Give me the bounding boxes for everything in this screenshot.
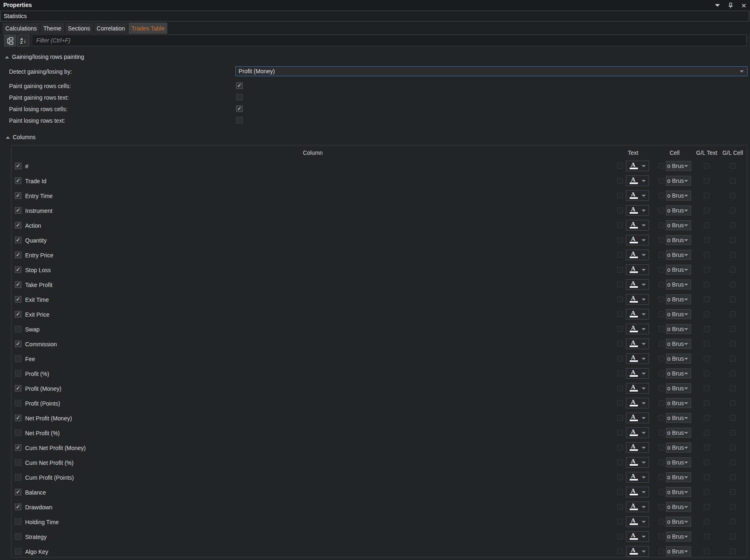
font-color-button[interactable]: A xyxy=(626,398,649,408)
cell-brush-enable-checkbox[interactable] xyxy=(659,534,664,539)
column-visible-checkbox[interactable]: ✓ xyxy=(15,252,21,258)
gl-cell-checkbox[interactable] xyxy=(730,208,736,213)
font-color-button[interactable]: A xyxy=(626,235,649,245)
gl-text-checkbox[interactable] xyxy=(704,445,710,450)
font-color-button[interactable]: A xyxy=(626,250,649,260)
cell-brush-dropdown[interactable]: o Brus xyxy=(666,161,691,171)
cell-brush-enable-checkbox[interactable] xyxy=(659,519,664,525)
cell-brush-dropdown[interactable]: o Brus xyxy=(666,265,691,275)
font-color-button[interactable]: A xyxy=(626,264,649,275)
font-color-button[interactable]: A xyxy=(626,427,649,438)
text-color-enable-checkbox[interactable] xyxy=(617,385,623,391)
gl-text-checkbox[interactable] xyxy=(704,430,710,436)
gl-cell-checkbox[interactable] xyxy=(730,267,736,273)
font-color-button[interactable]: A xyxy=(626,457,649,468)
text-color-enable-checkbox[interactable] xyxy=(617,489,623,495)
text-color-enable-checkbox[interactable] xyxy=(617,252,623,258)
cell-brush-dropdown[interactable]: o Brus xyxy=(666,443,691,453)
column-visible-checkbox[interactable]: ✓ xyxy=(15,385,21,392)
gl-text-checkbox[interactable] xyxy=(704,415,710,421)
cell-brush-enable-checkbox[interactable] xyxy=(659,371,664,376)
cell-brush-enable-checkbox[interactable] xyxy=(659,400,664,406)
text-color-enable-checkbox[interactable] xyxy=(617,237,623,243)
cell-brush-enable-checkbox[interactable] xyxy=(659,445,664,450)
text-color-enable-checkbox[interactable] xyxy=(617,163,623,169)
sort-alphabetical-button[interactable]: A Z ↓ xyxy=(17,35,29,47)
text-color-enable-checkbox[interactable] xyxy=(617,415,623,421)
column-visible-checkbox[interactable]: ✓ xyxy=(15,163,21,169)
cell-brush-enable-checkbox[interactable] xyxy=(659,385,664,391)
font-color-button[interactable]: A xyxy=(626,413,649,423)
text-color-enable-checkbox[interactable] xyxy=(617,296,623,302)
gl-text-checkbox[interactable] xyxy=(704,460,710,465)
font-color-button[interactable]: A xyxy=(626,324,649,334)
cell-brush-enable-checkbox[interactable] xyxy=(659,237,664,243)
gl-text-checkbox[interactable] xyxy=(704,252,710,258)
font-color-button[interactable]: A xyxy=(626,309,649,320)
column-visible-checkbox[interactable]: ✓ xyxy=(15,311,21,317)
cell-brush-enable-checkbox[interactable] xyxy=(659,430,664,436)
gl-text-checkbox[interactable] xyxy=(704,222,710,228)
font-color-button[interactable]: A xyxy=(626,175,649,186)
cell-brush-dropdown[interactable]: o Brus xyxy=(666,457,691,467)
gl-text-checkbox[interactable] xyxy=(704,237,710,243)
pin-button[interactable] xyxy=(726,1,735,9)
cell-brush-enable-checkbox[interactable] xyxy=(659,163,664,169)
column-visible-checkbox[interactable]: ✓ xyxy=(15,296,21,303)
gl-cell-checkbox[interactable] xyxy=(730,519,736,525)
font-color-button[interactable]: A xyxy=(626,338,649,349)
section-header-columns[interactable]: Columns xyxy=(6,134,35,140)
font-color-button[interactable]: A xyxy=(626,190,649,201)
font-color-button[interactable]: A xyxy=(626,161,649,171)
gl-cell-checkbox[interactable] xyxy=(730,371,736,376)
gl-cell-checkbox[interactable] xyxy=(730,489,736,495)
text-color-enable-checkbox[interactable] xyxy=(617,504,623,510)
column-visible-checkbox[interactable]: ✓ xyxy=(15,192,21,199)
gl-cell-checkbox[interactable] xyxy=(730,400,736,406)
cell-brush-enable-checkbox[interactable] xyxy=(659,311,664,317)
gl-text-checkbox[interactable] xyxy=(704,385,710,391)
detect-by-dropdown[interactable]: Profit (Money) xyxy=(235,66,748,76)
column-visible-checkbox[interactable]: ✓ xyxy=(15,237,21,243)
text-color-enable-checkbox[interactable] xyxy=(617,311,623,317)
cell-brush-enable-checkbox[interactable] xyxy=(659,252,664,258)
gl-cell-checkbox[interactable] xyxy=(730,237,736,243)
cell-brush-enable-checkbox[interactable] xyxy=(659,474,664,480)
cell-brush-dropdown[interactable]: o Brus xyxy=(666,235,691,245)
cell-brush-dropdown[interactable]: o Brus xyxy=(666,428,691,438)
text-color-enable-checkbox[interactable] xyxy=(617,400,623,406)
font-color-button[interactable]: A xyxy=(626,353,649,364)
gl-cell-checkbox[interactable] xyxy=(730,356,736,362)
gl-cell-checkbox[interactable] xyxy=(730,296,736,302)
cell-brush-enable-checkbox[interactable] xyxy=(659,193,664,198)
gl-text-checkbox[interactable] xyxy=(704,341,710,347)
column-visible-checkbox[interactable]: ✓ xyxy=(15,444,21,451)
cell-brush-enable-checkbox[interactable] xyxy=(659,548,664,554)
cell-brush-dropdown[interactable]: o Brus xyxy=(666,383,691,393)
text-color-enable-checkbox[interactable] xyxy=(617,341,623,347)
gl-cell-checkbox[interactable] xyxy=(730,415,736,421)
cell-brush-dropdown[interactable]: o Brus xyxy=(666,191,691,201)
cell-brush-dropdown[interactable]: o Brus xyxy=(666,250,691,260)
text-color-enable-checkbox[interactable] xyxy=(617,208,623,213)
column-visible-checkbox[interactable]: ✓ xyxy=(15,504,21,510)
cell-brush-dropdown[interactable]: o Brus xyxy=(666,472,691,482)
gl-text-checkbox[interactable] xyxy=(704,326,710,332)
painting-property-checkbox[interactable]: ✓ xyxy=(236,82,243,89)
tab-trades-table[interactable]: Trades Table xyxy=(129,23,167,34)
text-color-enable-checkbox[interactable] xyxy=(617,326,623,332)
gl-cell-checkbox[interactable] xyxy=(730,430,736,436)
cell-brush-dropdown[interactable]: o Brus xyxy=(666,398,691,408)
gl-cell-checkbox[interactable] xyxy=(730,326,736,332)
column-visible-checkbox[interactable] xyxy=(15,518,21,525)
text-color-enable-checkbox[interactable] xyxy=(617,267,623,273)
cell-brush-enable-checkbox[interactable] xyxy=(659,489,664,495)
tab-theme[interactable]: Theme xyxy=(40,23,64,34)
cell-brush-dropdown[interactable]: o Brus xyxy=(666,517,691,527)
painting-property-checkbox[interactable] xyxy=(236,117,243,124)
cell-brush-dropdown[interactable]: o Brus xyxy=(666,220,691,230)
gl-text-checkbox[interactable] xyxy=(704,356,710,362)
text-color-enable-checkbox[interactable] xyxy=(617,548,623,554)
panel-menu-button[interactable] xyxy=(713,1,722,9)
font-color-button[interactable]: A xyxy=(626,531,649,542)
